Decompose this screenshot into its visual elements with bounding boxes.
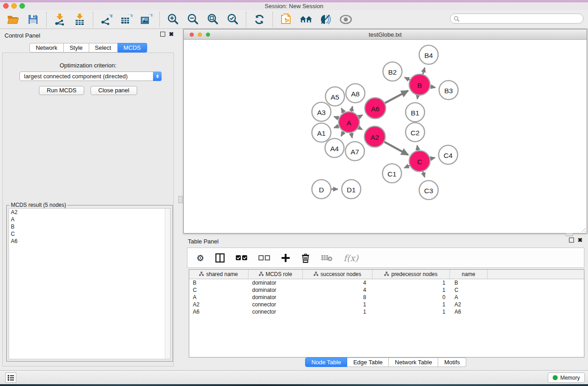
edge-A-A8[interactable] [351, 106, 353, 111]
float-panel-icon[interactable] [160, 32, 165, 37]
table-row[interactable]: Adominator80A [189, 294, 584, 301]
delete-table-icon[interactable] [321, 254, 333, 262]
graph-node-A[interactable]: A [339, 112, 359, 133]
mcds-result-list[interactable]: A2ABCA6 [9, 208, 171, 359]
import-network-icon[interactable] [53, 13, 67, 26]
add-row-icon[interactable] [281, 253, 290, 262]
edge-B-B1[interactable] [417, 95, 418, 99]
run-mcds-button[interactable]: Run MCDS [39, 86, 84, 95]
graph-node-A1[interactable]: A1 [312, 123, 331, 142]
edge-C-C3[interactable] [423, 172, 425, 177]
result-item-a[interactable]: A [9, 216, 170, 223]
edge-B-B4[interactable] [423, 68, 425, 74]
edge-C-C4[interactable] [430, 158, 435, 159]
zoom-selected-icon[interactable] [226, 13, 239, 26]
graph-node-A3[interactable]: A3 [312, 102, 331, 121]
graph-node-B1[interactable]: B1 [406, 103, 425, 122]
result-item-c[interactable]: C [9, 230, 170, 238]
result-item-b[interactable]: B [9, 223, 170, 230]
table-row[interactable]: Cdominator41C [189, 286, 584, 294]
edge-A-A1[interactable] [334, 126, 339, 128]
graph-node-B[interactable]: B [409, 74, 430, 95]
zoom-out-icon[interactable] [186, 13, 200, 26]
tab-style[interactable]: Style [64, 43, 89, 52]
graph-node-A8[interactable]: A8 [346, 84, 365, 103]
graph-node-B2[interactable]: B2 [383, 62, 402, 81]
graph-node-B3[interactable]: B3 [439, 81, 458, 100]
edge-A-A3[interactable] [334, 117, 339, 119]
edge-A-A5[interactable] [341, 108, 344, 113]
refresh-network-icon[interactable] [253, 13, 266, 26]
result-item-a6[interactable]: A6 [9, 238, 170, 245]
search-box[interactable] [450, 14, 583, 24]
memory-button[interactable]: Memory [548, 372, 585, 383]
graph-node-C3[interactable]: C3 [419, 181, 438, 200]
graph-node-A7[interactable]: A7 [345, 142, 364, 161]
hide-graphics-details-icon[interactable] [319, 13, 333, 26]
graph-node-B4[interactable]: B4 [419, 45, 438, 64]
criterion-select[interactable]: largest connected component (directed) [19, 71, 162, 81]
tab-mcds[interactable]: MCDS [118, 43, 147, 52]
tab-select[interactable]: Select [89, 43, 118, 52]
delete-row-icon[interactable] [301, 253, 310, 263]
function-builder-icon[interactable]: f(x) [344, 253, 359, 263]
first-neighbors-icon[interactable] [299, 13, 313, 26]
tab-network-table[interactable]: Network Table [389, 357, 438, 367]
open-session-icon[interactable] [6, 13, 20, 26]
network-graph[interactable]: B4B2BB3A8A5A6A3B1AA1C2A2A4A7CC4C1C3DD1 [184, 40, 587, 233]
table-row[interactable]: A2connector11A2 [189, 301, 584, 308]
graph-node-C[interactable]: C [409, 151, 430, 172]
close-table-panel-icon[interactable]: ✖ [578, 238, 583, 243]
import-table-icon[interactable] [73, 13, 86, 26]
table-row[interactable]: Bdominator41B [189, 279, 584, 286]
zoom-in-icon[interactable] [166, 13, 180, 26]
column-header-MCDS-role[interactable]: MCDS role [249, 270, 303, 279]
edge-A-A2[interactable] [359, 128, 362, 130]
tab-node-table[interactable]: Node Table [305, 357, 348, 367]
vertical-splitter-grip[interactable] [178, 196, 182, 203]
zoom-fit-icon[interactable] [206, 13, 220, 26]
column-header-predecessor-nodes[interactable]: predecessor nodes [373, 270, 450, 279]
select-all-icon[interactable] [236, 255, 248, 261]
tab-edge-table[interactable]: Edge Table [347, 357, 389, 367]
tab-motifs[interactable]: Motifs [438, 357, 466, 367]
graph-node-D1[interactable]: D1 [342, 180, 361, 199]
edge-A6-B[interactable] [385, 91, 408, 103]
graph-node-D[interactable]: D [312, 180, 331, 199]
graph-node-C2[interactable]: C2 [406, 123, 425, 142]
new-network-from-selection-icon[interactable] [279, 13, 293, 26]
graph-node-A4[interactable]: A4 [325, 138, 344, 157]
network-window-titlebar[interactable]: testGlobe.txt [184, 29, 587, 40]
column-header-successor-nodes[interactable]: successor nodes [303, 270, 373, 279]
result-item-a2[interactable]: A2 [9, 209, 170, 216]
close-panel-button[interactable]: Close panel [91, 86, 137, 95]
column-header-shared-name[interactable]: shared name [189, 270, 249, 279]
search-input[interactable] [459, 14, 583, 23]
tab-network[interactable]: Network [29, 43, 64, 52]
edge-B-B2[interactable] [405, 77, 410, 80]
show-graphics-details-icon[interactable] [339, 13, 353, 26]
edge-A-A4[interactable] [341, 132, 344, 136]
save-session-icon[interactable] [26, 13, 40, 26]
graph-node-A5[interactable]: A5 [325, 87, 344, 106]
graph-node-C1[interactable]: C1 [382, 164, 402, 183]
table-settings-icon[interactable]: ⚙ [196, 253, 204, 263]
close-panel-icon[interactable]: ✖ [169, 32, 174, 37]
table-row[interactable]: A6connector11A6 [189, 308, 584, 315]
show-columns-icon[interactable] [215, 253, 225, 263]
export-network-icon[interactable] [100, 13, 113, 26]
edge-C-C2[interactable] [417, 146, 418, 151]
edge-A-A7[interactable] [351, 133, 352, 138]
edge-C-C1[interactable] [404, 166, 410, 168]
column-header-name[interactable]: name [450, 270, 488, 279]
graph-node-A6[interactable]: A6 [365, 98, 386, 119]
float-table-panel-icon[interactable] [569, 238, 574, 243]
deselect-all-icon[interactable] [258, 255, 270, 261]
export-image-icon[interactable] [139, 13, 153, 26]
graph-node-C4[interactable]: C4 [439, 145, 458, 164]
task-history-button[interactable] [5, 372, 16, 383]
scrollbar-track[interactable] [165, 209, 170, 359]
graph-node-A2[interactable]: A2 [364, 126, 385, 147]
edge-A2-C[interactable] [384, 142, 408, 155]
edge-B-B3[interactable] [430, 86, 435, 87]
